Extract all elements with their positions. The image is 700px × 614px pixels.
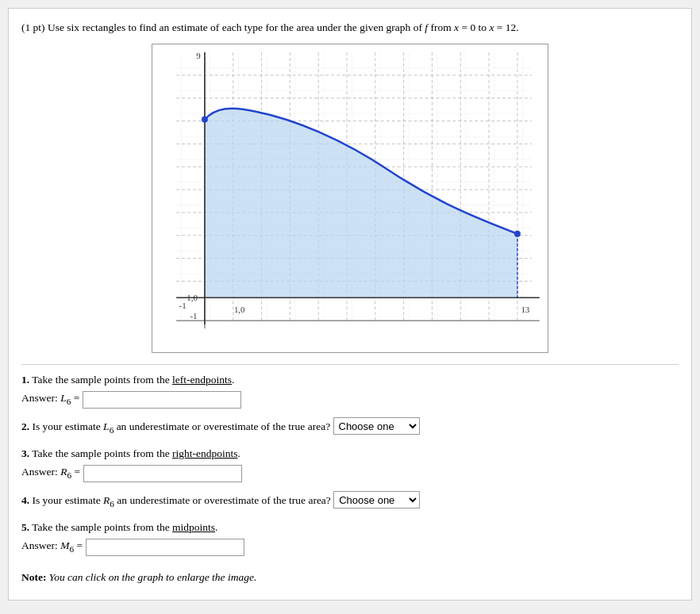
question-4-block: 4. Is your estimate R6 an underestimate … bbox=[21, 491, 679, 511]
x-var1: x bbox=[454, 21, 459, 33]
svg-text:9: 9 bbox=[196, 51, 201, 60]
divider bbox=[21, 364, 679, 365]
question-5-block: 5. Take the sample points from the midpo… bbox=[21, 519, 679, 557]
note-label: Note: bbox=[21, 571, 46, 583]
to-text: to bbox=[479, 21, 487, 33]
x-var2: x bbox=[489, 21, 494, 33]
question-3-text: 3. Take the sample points from the right… bbox=[21, 445, 679, 463]
question-2-block: 2. Is your estimate L6 an underestimate … bbox=[21, 417, 679, 437]
note-text: You can click on the graph to enlarge th… bbox=[49, 571, 256, 583]
svg-text:1,0: 1,0 bbox=[234, 305, 245, 315]
q1-text: Take the sample points from the left-end… bbox=[32, 374, 234, 386]
svg-text:-1: -1 bbox=[179, 301, 187, 311]
svg-text:-1: -1 bbox=[190, 311, 197, 320]
q3-text: Take the sample points from the right-en… bbox=[32, 447, 240, 459]
question-1-block: 1. Take the sample points from the left-… bbox=[21, 371, 679, 409]
q3-number: 3. bbox=[21, 447, 29, 459]
answer-1-label: Answer: L6 = bbox=[21, 390, 79, 409]
q2-text: Is your estimate L6 an underestimate or … bbox=[33, 420, 331, 432]
problem-statement: (1 pt) Use six rectangles to find an est… bbox=[21, 20, 679, 36]
question-5-text: 5. Take the sample points from the midpo… bbox=[21, 519, 679, 537]
answer-5-line: Answer: M6 = bbox=[21, 537, 679, 557]
svg-text:13: 13 bbox=[521, 305, 529, 315]
eq2: = bbox=[497, 21, 506, 33]
m6-input[interactable] bbox=[86, 539, 244, 556]
svg-text:1,0: 1,0 bbox=[187, 294, 198, 303]
q4-number: 4. bbox=[21, 494, 29, 506]
page-container: (1 pt) Use six rectangles to find an est… bbox=[8, 8, 692, 601]
points-label: (1 pt) bbox=[21, 21, 45, 33]
l6-input[interactable] bbox=[83, 391, 241, 409]
answer-1-line: Answer: L6 = bbox=[21, 390, 679, 409]
q5-text: Take the sample points from the midpoint… bbox=[32, 521, 217, 533]
answer-5-label: Answer: M6 = bbox=[21, 537, 83, 557]
answer-3-label: Answer: R6 = bbox=[21, 463, 80, 483]
question-2-text: 2. Is your estimate L6 an underestimate … bbox=[21, 417, 679, 437]
q5-number: 5. bbox=[21, 521, 29, 533]
val2: 12. bbox=[506, 21, 519, 33]
q2-select[interactable]: Choose one underestimate overestimate bbox=[333, 417, 420, 435]
from-text: from bbox=[430, 21, 451, 33]
svg-point-30 bbox=[202, 117, 208, 123]
q4-text: Is your estimate R6 an underestimate or … bbox=[33, 494, 331, 506]
eq1: = bbox=[461, 21, 470, 33]
r6-input[interactable] bbox=[83, 465, 242, 482]
question-1-text: 1. Take the sample points from the left-… bbox=[21, 371, 679, 390]
graph-container[interactable]: 9 1,0 -1 -1 1,0 13 bbox=[21, 44, 679, 353]
q4-select[interactable]: Choose one underestimate overestimate bbox=[333, 491, 420, 508]
func-var: f bbox=[425, 21, 428, 33]
description-text: Use six rectangles to find an estimate o… bbox=[48, 21, 422, 33]
graph-image[interactable]: 9 1,0 -1 -1 1,0 13 bbox=[152, 44, 548, 353]
answer-3-line: Answer: R6 = bbox=[21, 463, 679, 483]
q1-number: 1. bbox=[21, 374, 29, 386]
val1: 0 bbox=[470, 21, 475, 33]
question-3-block: 3. Take the sample points from the right… bbox=[21, 445, 679, 483]
question-4-text: 4. Is your estimate R6 an underestimate … bbox=[21, 491, 679, 511]
note-block: Note: You can click on the graph to enla… bbox=[21, 571, 679, 584]
q2-number: 2. bbox=[21, 420, 29, 432]
